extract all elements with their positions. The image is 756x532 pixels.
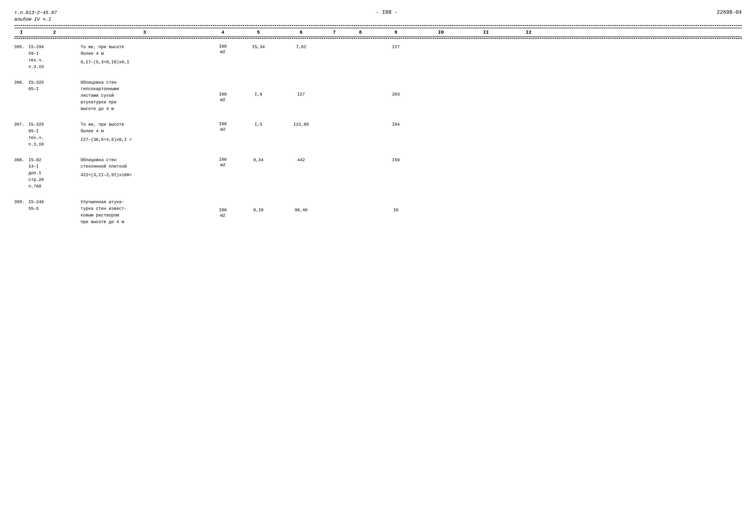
col-header-10: I0 <box>417 30 465 35</box>
row-399-code: I5–246 55–5 <box>28 199 81 212</box>
row-397-desc: То же, при высоте более 4 м I27–(36,5+4,… <box>81 121 209 143</box>
row-396-c5: I,6 <box>237 79 280 98</box>
col-header-12: I2 <box>507 30 550 35</box>
row-395-c10 <box>417 43 465 44</box>
top-divider <box>14 25 742 26</box>
row-399-c9: I6 <box>375 199 417 214</box>
row-399-c8 <box>346 199 375 199</box>
row-399-c11 <box>465 199 507 199</box>
col-header-8: 8 <box>346 30 375 35</box>
row-396-num: 396. <box>14 79 28 86</box>
row-398-c7 <box>322 156 346 157</box>
col-header-5: 5 <box>237 30 280 35</box>
row-398-desc: Облицовка стен стеклянной плиткой 422+(3… <box>81 156 209 179</box>
header-tp: т.п.813-2-45.87 <box>14 10 57 16</box>
row-396-unit: I00 м2 <box>209 79 237 103</box>
row-397-c8 <box>346 121 375 121</box>
row-396-c6: I27 <box>280 79 322 98</box>
column-headers: I 2 3 4 5 6 7 8 9 I0 II I2 <box>14 28 742 37</box>
header-doc-num: 22698-04 <box>716 10 742 15</box>
row-395-code: I5–294 59–I тех.ч. п.3.I0 <box>28 43 81 70</box>
row-397-code: I5–325 65–I тех.ч. п.3.I0 <box>28 121 81 148</box>
row-395-c12 <box>507 43 550 44</box>
row-399-num: 399. <box>14 199 28 205</box>
table-body: 395. I5–294 59–I тех.ч. п.3.I0 То же, пр… <box>14 43 742 226</box>
row-399-c10 <box>417 199 465 199</box>
table-row: 397. I5–325 65–I тех.ч. п.3.I0 То же, пр… <box>14 121 742 148</box>
row-398-c12 <box>507 156 550 157</box>
row-399-unit: I00 м2 <box>209 199 237 219</box>
row-396-c9: 203 <box>375 79 417 98</box>
row-398-c6: 442 <box>280 156 322 164</box>
row-396-desc: Облицовка стен гипсокартонными листами с… <box>81 79 209 112</box>
row-397-c11 <box>465 121 507 121</box>
col-header-2: 2 <box>28 30 81 35</box>
table-row: 396. I5–325 65–I Облицовка стен гипсокар… <box>14 79 742 112</box>
header-page-num: - I08 - <box>376 10 397 15</box>
page-header: т.п.813-2-45.87 альбом IV ч.I - I08 - 22… <box>14 10 742 23</box>
row-398-unit: I00 м2 <box>209 156 237 168</box>
row-397-c9: I84 <box>375 121 417 128</box>
row-396-c10 <box>417 79 465 79</box>
row-395-c7 <box>322 43 346 44</box>
row-399-c7 <box>322 199 346 199</box>
row-396-c8 <box>346 79 375 79</box>
row-398-c10 <box>417 156 465 157</box>
row-399-c5: 0,I6 <box>237 199 280 214</box>
row-397-c6: I22,89 <box>280 121 322 128</box>
col-header-6: 6 <box>280 30 322 35</box>
table-row: 399. I5–246 55–5 Улучшенная штука- турка… <box>14 199 742 226</box>
row-398-c9: I50 <box>375 156 417 164</box>
row-396-c12 <box>507 79 550 79</box>
row-397-c10 <box>417 121 465 121</box>
row-398-c11 <box>465 156 507 157</box>
row-395-desc: То же, при высоте более 4 м 8,I7–(5,3+0,… <box>81 43 209 66</box>
col-header-1: I <box>14 30 28 35</box>
table-row: 398. I5–82 I4–I доп.I стр.26 п.768 Облиц… <box>14 156 742 190</box>
header-album: альбом IV ч.I <box>14 16 57 23</box>
row-397-c12 <box>507 121 550 121</box>
row-395-unit: I00 м2 <box>209 43 237 55</box>
row-399-desc: Улучшенная штука- турка стен извест- ков… <box>81 199 209 226</box>
row-399-c6: 98,40 <box>280 199 322 214</box>
row-395-c5: I5,34 <box>237 43 280 50</box>
row-398-num: 398. <box>14 156 28 164</box>
header-left: т.п.813-2-45.87 альбом IV ч.I <box>14 10 57 23</box>
row-398-code: I5–82 I4–I доп.I стр.26 п.768 <box>28 156 81 190</box>
row-396-c7 <box>322 79 346 79</box>
row-396-c11 <box>465 79 507 79</box>
row-395-c8 <box>346 43 375 44</box>
col-header-3: 3 <box>81 30 209 35</box>
row-396-code: I5–325 65–I <box>28 79 81 93</box>
row-398-c8 <box>346 156 375 157</box>
col-header-11: II <box>465 30 507 35</box>
row-395-c9: II7 <box>375 43 417 50</box>
row-395-c6: 7,62 <box>280 43 322 50</box>
row-397-num: 397. <box>14 121 28 128</box>
row-395-num: 395. <box>14 43 28 50</box>
col-header-9: 9 <box>375 30 417 35</box>
row-399-c12 <box>507 199 550 199</box>
header-bottom-divider <box>14 38 742 39</box>
col-header-4: 4 <box>209 30 237 35</box>
row-398-c5: 0,34 <box>237 156 280 164</box>
row-397-c7 <box>322 121 346 121</box>
col-header-7: 7 <box>322 30 346 35</box>
row-397-c5: I,5 <box>237 121 280 128</box>
table-row: 395. I5–294 59–I тех.ч. п.3.I0 То же, пр… <box>14 43 742 70</box>
row-397-unit: I00 м2 <box>209 121 237 133</box>
row-395-c11 <box>465 43 507 44</box>
